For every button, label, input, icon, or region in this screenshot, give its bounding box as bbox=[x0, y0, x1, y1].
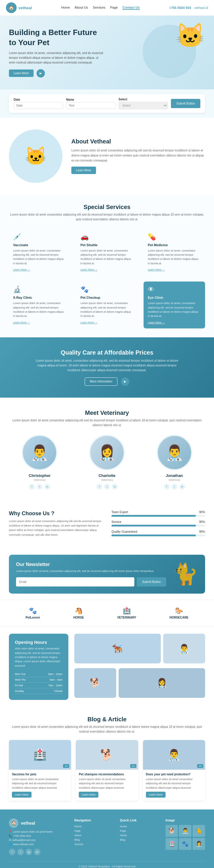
why-choose-title: Why Choose Us ? bbox=[9, 510, 102, 517]
logo[interactable]: 🏠 vetheal bbox=[6, 2, 32, 13]
hero-learn-more-button[interactable]: Learn More bbox=[9, 69, 34, 77]
blog-image-1: 🐕 14 bbox=[76, 740, 138, 770]
service-shuttle-title: Pet Shuttle bbox=[81, 243, 134, 247]
vet-card-christopher: 👨‍⚕️ Christopher Veterinary f t in bbox=[9, 435, 70, 490]
christopher-instagram-icon[interactable]: in bbox=[44, 484, 50, 490]
opening-image-3: 🐕 bbox=[74, 668, 116, 698]
service-checkup-link[interactable]: Learn More → bbox=[81, 321, 98, 324]
name-label: Name bbox=[66, 98, 115, 101]
footer-quick-home[interactable]: Home bbox=[120, 825, 159, 828]
nav-about[interactable]: About Us bbox=[74, 6, 88, 10]
jonathan-facebook-icon[interactable]: f bbox=[164, 484, 170, 490]
christopher-name: Christopher bbox=[9, 473, 70, 478]
nav-right: +765 6564 654 vetheal.id bbox=[169, 6, 208, 9]
blog-content-2: Does your pet need protection? Lorem ips… bbox=[143, 770, 205, 801]
charlotte-twitter-icon[interactable]: t bbox=[104, 484, 110, 490]
service-medicine-title: Pet Medicine bbox=[148, 243, 201, 247]
logo-text: vetheal bbox=[19, 6, 32, 10]
hero-cat-image: 🐱 bbox=[175, 22, 205, 50]
progress-bar-service bbox=[112, 525, 205, 527]
newsletter-content: Our Newsletter Lorem ipsum dolor sit ame… bbox=[16, 562, 166, 587]
services-subtitle: Lorem ipsum dolor sit amet consectetur a… bbox=[9, 212, 205, 222]
horse-logo-icon: 🐴 bbox=[74, 607, 83, 615]
schedule-row-1: Wed-Thu 8am - 8am bbox=[15, 677, 62, 683]
quality-play-button[interactable]: ▶ bbox=[121, 377, 129, 386]
newsletter-email-input[interactable] bbox=[16, 577, 134, 587]
quality-more-button[interactable]: More Information bbox=[85, 377, 117, 386]
charlotte-facebook-icon[interactable]: f bbox=[96, 484, 102, 490]
footer-quick-about[interactable]: About bbox=[120, 834, 159, 837]
jonathan-twitter-icon[interactable]: t bbox=[172, 484, 178, 490]
jonathan-instagram-icon[interactable]: in bbox=[179, 484, 185, 490]
footer-nav-service[interactable]: Service bbox=[74, 843, 114, 846]
hero-subtitle: Lorem ipsum dolor sit amet, consectetur … bbox=[9, 51, 104, 65]
petloover-logo-icon: 🐾 bbox=[29, 607, 37, 615]
service-vaccinate-link[interactable]: Learn More → bbox=[13, 268, 30, 271]
form-submit-button[interactable]: Submit Button bbox=[171, 99, 200, 108]
service-medicine-desc: Lorem ipsum dolor sit amet, consectetur … bbox=[148, 249, 201, 266]
nav-portal[interactable]: vetheal.id bbox=[194, 6, 208, 9]
blog-learn-more-1[interactable]: Learn More bbox=[79, 792, 98, 798]
service-shuttle-link[interactable]: Learn More → bbox=[81, 268, 98, 271]
progress-quality-name: Quality Guaranteed bbox=[112, 530, 137, 533]
service-xray-link[interactable]: Learn More → bbox=[13, 321, 30, 324]
blog-grid: 🏥 14 Vaccines for pets Lorem ipsum dolor… bbox=[9, 740, 205, 801]
newsletter-submit-button[interactable]: Submit Button bbox=[137, 577, 166, 587]
service-card-shuttle: 🚗 Pet Shuttle Lorem ipsum dolor sit amet… bbox=[77, 229, 138, 276]
nav-page[interactable]: Page bbox=[110, 6, 118, 10]
service-card-eye: 👁 Eye Clinic Lorem ipsum dolor sit amet,… bbox=[144, 281, 205, 329]
blog-card-1: 🐕 14 Pet shampoo recommendations Lorem i… bbox=[76, 740, 138, 801]
vet-grid: 👨‍⚕️ Christopher Veterinary f t in 👩‍⚕️ … bbox=[9, 435, 205, 490]
service-eye-link[interactable]: Learn More → bbox=[148, 321, 165, 324]
footer-instagram-icon[interactable]: ig bbox=[26, 849, 32, 855]
jonathan-name: Jonathan bbox=[144, 473, 205, 478]
footer-logo-text: vetheal bbox=[21, 821, 35, 826]
opening-image-4: 👩‍⚕️ bbox=[119, 668, 205, 698]
blog-article-title-0: Vaccines for pets bbox=[12, 773, 68, 776]
about-learn-more-button[interactable]: Learn More bbox=[71, 166, 96, 174]
christopher-facebook-icon[interactable]: f bbox=[29, 484, 35, 490]
charlotte-instagram-icon[interactable]: in bbox=[112, 484, 118, 490]
footer-facebook-icon[interactable]: f bbox=[9, 849, 16, 855]
opening-image-1: 🐕‍🦺 bbox=[74, 634, 161, 663]
footer-email: ✉ vetheal@email.com bbox=[9, 839, 68, 842]
service-medicine-link[interactable]: Learn More → bbox=[148, 268, 165, 271]
service-vaccinate-title: Vaccinate bbox=[13, 243, 66, 247]
meet-vet-section: Meet Veterinary Lorem ipsum dolor sit am… bbox=[0, 398, 214, 501]
schedule-day-3: Sunday bbox=[15, 689, 24, 692]
blog-article-title-2: Does your pet need protection? bbox=[146, 773, 202, 776]
footer-nav-title: Navigation bbox=[74, 818, 114, 822]
footer-twitter-icon[interactable]: t bbox=[17, 849, 24, 855]
service-xray-desc: Lorem ipsum dolor sit amet, consectetur … bbox=[13, 301, 66, 318]
hero-play-button[interactable]: ▶ bbox=[36, 69, 45, 78]
about-section: 🐱 About Vetheal Lorem ipsum dolor sit am… bbox=[0, 118, 214, 195]
footer-thumb-5: 🐾 bbox=[179, 838, 191, 850]
nav-home[interactable]: Home bbox=[61, 6, 70, 10]
christopher-twitter-icon[interactable]: t bbox=[36, 484, 42, 490]
veterinary-logo-icon: 🏥 bbox=[123, 607, 131, 615]
footer-nav-blog[interactable]: Blog bbox=[74, 838, 114, 841]
footer-youtube-icon[interactable]: yt bbox=[34, 849, 40, 855]
blog-card-0: 🏥 14 Vaccines for pets Lorem ipsum dolor… bbox=[9, 740, 71, 801]
footer-quick-page[interactable]: Page bbox=[120, 829, 159, 832]
name-input[interactable] bbox=[66, 102, 115, 109]
blog-learn-more-2[interactable]: Learn More bbox=[146, 792, 165, 798]
footer-contact: 📍 Lorem ipsum dolor sit amet lorem 📞 +76… bbox=[9, 830, 68, 846]
footer-social: f t ig yt bbox=[9, 849, 68, 855]
footer-nav-col: Navigation Home Page About Blog Service bbox=[74, 818, 114, 855]
quality-title: Quality Care at Affordable Prices bbox=[9, 349, 205, 356]
footer-image-grid: 🐕 👨‍⚕️ 🐈 🏥 🐾 👩‍⚕️ bbox=[165, 825, 205, 850]
blog-learn-more-0[interactable]: Learn More bbox=[12, 792, 31, 798]
nav-contact[interactable]: Contact Us bbox=[122, 6, 140, 10]
footer-nav-about[interactable]: About bbox=[74, 834, 114, 837]
partner-horsecare: 🐎 HORSECARE bbox=[170, 607, 188, 619]
footer-nav-home[interactable]: Home bbox=[74, 825, 114, 828]
footer-logo-icon: 🏠 bbox=[9, 818, 19, 828]
date-input[interactable] bbox=[14, 102, 63, 109]
nav-services[interactable]: Services bbox=[93, 6, 105, 10]
blog-article-desc-2: Lorem ipsum dolor sit amet consectetur a… bbox=[146, 777, 202, 790]
select-input[interactable]: Select bbox=[119, 102, 168, 109]
blog-content-1: Pet shampoo recommendations Lorem ipsum … bbox=[76, 770, 138, 801]
footer-nav-page[interactable]: Page bbox=[74, 829, 114, 832]
footer-quick-blog[interactable]: Blog bbox=[120, 838, 159, 841]
